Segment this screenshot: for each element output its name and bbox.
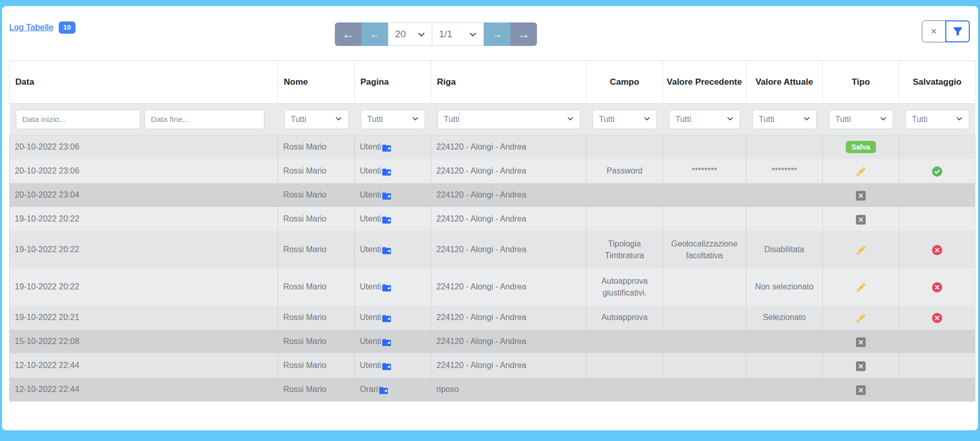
cell-data: 15-10-2022 22:08 xyxy=(10,330,278,354)
page-size-value: 20 xyxy=(395,29,406,40)
column-header-campo: Campo xyxy=(586,61,663,104)
cell-pagina: Utenti xyxy=(355,183,431,207)
cell-pagina: Utenti xyxy=(355,159,431,183)
cell-valore_precedente xyxy=(663,354,746,378)
pagina-label: Utenti xyxy=(360,337,381,346)
valore-precedente-filter-select[interactable]: Tutti xyxy=(669,110,740,129)
cell-nome: Rossi Mario xyxy=(278,159,355,183)
cell-valore_attuale xyxy=(746,183,823,207)
valore-attuale-filter-select[interactable]: Tutti xyxy=(752,110,817,129)
page-indicator-select[interactable]: 1/1 xyxy=(432,22,484,46)
cell-valore_attuale: Non selezionato xyxy=(746,268,823,306)
salvataggio-filter-select[interactable]: Tutti xyxy=(905,110,969,129)
cell-valore_attuale: Disabilitata xyxy=(746,231,823,268)
cell-campo: Autoapprova giustificativi. xyxy=(586,268,663,306)
column-header-tipo: Tipo xyxy=(823,61,899,104)
cell-valore_precedente: Geolocalizzazione facoltativa xyxy=(663,231,746,268)
cell-campo xyxy=(586,330,663,354)
cell-valore_precedente xyxy=(663,330,746,354)
folder-symlink-icon[interactable] xyxy=(382,314,391,322)
folder-symlink-icon[interactable] xyxy=(382,168,391,176)
cell-valore_precedente xyxy=(663,135,746,159)
pagina-filter-value: Tutti xyxy=(368,115,383,124)
cell-salvataggio xyxy=(899,330,975,354)
folder-symlink-icon[interactable] xyxy=(382,247,391,254)
page-size-select[interactable]: 20 xyxy=(388,22,432,46)
filter-row: Tutti Tutti Tutti Tutti Tutti Tutti Tutt… xyxy=(10,104,975,135)
x-square-icon xyxy=(856,337,866,347)
cell-riga: 224120 - Alongi - Andrea xyxy=(431,183,586,207)
folder-symlink-icon[interactable] xyxy=(382,144,391,152)
folder-symlink-icon[interactable] xyxy=(382,216,391,224)
cell-nome: Rossi Mario xyxy=(278,207,355,231)
pagina-label: Utenti xyxy=(360,282,381,291)
cell-tipo xyxy=(823,231,899,268)
cell-pagina: Utenti xyxy=(355,306,431,330)
cell-valore_attuale: Selezionato xyxy=(746,306,823,330)
table-row: 19-10-2022 20:22Rossi MarioUtenti224120 … xyxy=(10,268,975,306)
cell-pagina: Utenti xyxy=(355,268,431,306)
cell-data: 20-10-2022 23:06 xyxy=(10,159,278,183)
cell-valore_attuale xyxy=(746,207,823,231)
table-row: 20-10-2022 23:04Rossi MarioUtenti224120 … xyxy=(10,183,975,207)
pagina-filter-select[interactable]: Tutti xyxy=(361,110,425,129)
next-page-button[interactable]: → xyxy=(484,22,510,46)
cell-campo xyxy=(586,378,663,402)
folder-symlink-icon[interactable] xyxy=(382,192,391,200)
pencil-icon xyxy=(856,246,866,255)
last-page-button[interactable]: → xyxy=(510,22,537,46)
cell-campo: Password xyxy=(586,159,663,183)
cell-riga: 224120 - Alongi - Andrea xyxy=(431,354,586,378)
cell-valore_attuale: ******** xyxy=(746,159,823,183)
toolbar: Log Tabelle 10 ← ← 20 1/1 → → × xyxy=(2,6,978,60)
x-circle-icon xyxy=(932,245,942,255)
column-header-riga: Riga xyxy=(431,61,586,104)
log-tabelle-link[interactable]: Log Tabelle xyxy=(9,22,54,33)
prev-page-button[interactable]: ← xyxy=(361,22,388,46)
cell-tipo xyxy=(823,268,899,306)
cell-nome: Rossi Mario xyxy=(278,231,355,268)
pencil-icon xyxy=(856,283,866,292)
cell-campo xyxy=(586,135,663,159)
campo-filter-value: Tutti xyxy=(599,115,615,124)
pagina-label: Utenti xyxy=(360,142,381,151)
pagina-label: Utenti xyxy=(360,190,381,199)
nome-filter-select[interactable]: Tutti xyxy=(284,110,349,129)
count-badge: 10 xyxy=(59,21,76,34)
cell-salvataggio xyxy=(899,135,975,159)
campo-filter-select[interactable]: Tutti xyxy=(593,110,657,129)
chevron-down-icon xyxy=(567,115,574,124)
nome-filter-value: Tutti xyxy=(291,115,307,124)
clear-filters-button[interactable]: × xyxy=(922,20,946,42)
apply-filters-button[interactable] xyxy=(945,20,970,42)
cell-riga: 224120 - Alongi - Andrea xyxy=(431,159,586,183)
cell-salvataggio xyxy=(899,378,975,402)
folder-symlink-icon[interactable] xyxy=(382,284,391,291)
chevron-down-icon xyxy=(469,31,477,38)
pagina-label: Utenti xyxy=(360,245,381,254)
cell-pagina: Utenti xyxy=(355,231,431,268)
cell-tipo xyxy=(823,378,899,402)
data-inizio-input[interactable] xyxy=(16,110,140,129)
folder-symlink-icon[interactable] xyxy=(382,338,391,346)
cell-data: 19-10-2022 20:22 xyxy=(10,268,278,306)
first-page-button[interactable]: ← xyxy=(335,22,361,46)
cell-data: 12-10-2022 22:44 xyxy=(10,354,278,378)
data-fine-input[interactable] xyxy=(144,110,264,129)
filter-actions: × xyxy=(922,20,970,42)
folder-symlink-icon[interactable] xyxy=(382,362,391,370)
cell-pagina: Utenti xyxy=(355,135,431,159)
funnel-icon xyxy=(953,27,963,36)
folder-symlink-icon[interactable] xyxy=(379,386,388,394)
column-header-valore-precedente: Valore Precedente xyxy=(663,61,746,104)
cell-riga: 224120 - Alongi - Andrea xyxy=(431,231,586,268)
tipo-filter-select[interactable]: Tutti xyxy=(829,110,893,129)
column-header-valore-attuale: Valore Attuale xyxy=(746,61,823,104)
chevron-down-icon xyxy=(335,115,342,124)
riga-filter-select[interactable]: Tutti xyxy=(437,110,580,129)
cell-tipo xyxy=(823,306,899,330)
chevron-down-icon xyxy=(727,115,733,124)
x-circle-icon xyxy=(932,282,942,292)
page-indicator-value: 1/1 xyxy=(439,29,452,40)
x-square-icon xyxy=(856,191,866,201)
